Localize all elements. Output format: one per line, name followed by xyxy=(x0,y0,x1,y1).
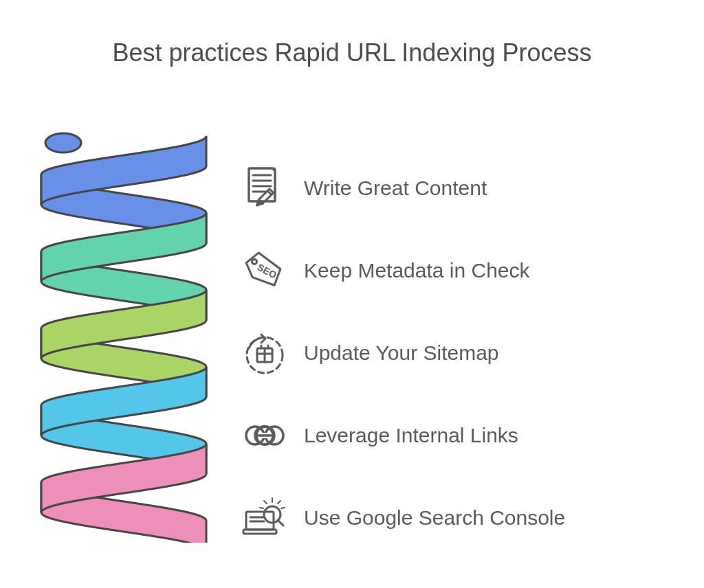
search-console-icon xyxy=(241,494,289,542)
list-item: Use Google Search Console xyxy=(241,477,565,559)
seo-tag-icon: SEO xyxy=(241,247,289,295)
svg-line-29 xyxy=(260,508,263,508)
practices-list: Write Great Content SEO Keep Metadata in… xyxy=(241,147,565,559)
svg-line-28 xyxy=(278,501,280,504)
internal-links-icon xyxy=(241,411,289,460)
list-item: Update Your Sitemap xyxy=(241,312,565,394)
page-title: Best practices Rapid URL Indexing Proces… xyxy=(0,38,704,67)
list-item: Write Great Content xyxy=(241,147,565,229)
svg-point-0 xyxy=(45,133,81,152)
list-item-label: Write Great Content xyxy=(304,177,487,200)
list-item-label: Use Google Search Console xyxy=(304,506,565,530)
svg-rect-21 xyxy=(243,530,276,534)
list-item-label: Leverage Internal Links xyxy=(304,424,518,447)
infographic-canvas: Best practices Rapid URL Indexing Proces… xyxy=(0,0,704,588)
list-item-label: Update Your Sitemap xyxy=(304,341,499,365)
list-item-label: Keep Metadata in Check xyxy=(304,259,530,282)
svg-point-8 xyxy=(252,260,257,264)
list-item: SEO Keep Metadata in Check xyxy=(241,229,565,312)
svg-line-27 xyxy=(264,501,267,504)
svg-line-30 xyxy=(281,508,285,508)
list-item: Leverage Internal Links xyxy=(241,394,565,477)
svg-line-25 xyxy=(278,520,283,525)
write-content-icon xyxy=(241,164,289,212)
sitemap-update-icon xyxy=(241,329,289,377)
spiral-spring-illustration xyxy=(28,124,220,543)
